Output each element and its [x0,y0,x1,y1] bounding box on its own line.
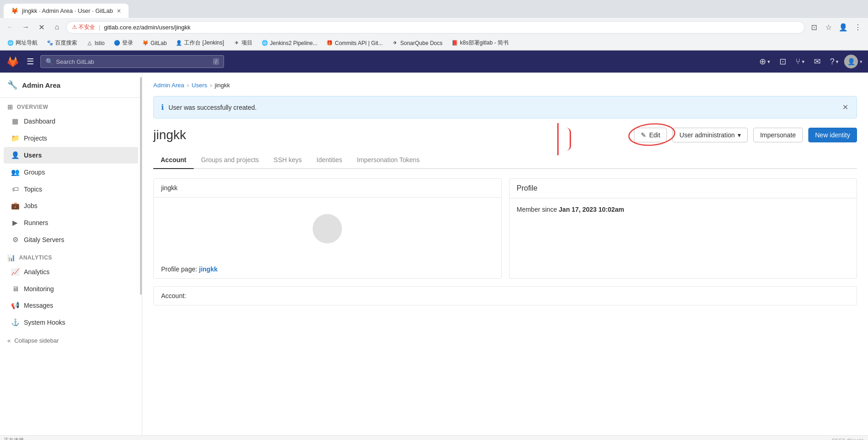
member-since-label: Member since [517,206,557,213]
edit-button-container: ✎ Edit [634,128,667,142]
dashboard-icon: ▦ [11,117,19,125]
sidebar-item-topics[interactable]: 🏷 Topics [4,181,138,197]
bookmark-button[interactable]: ☆ [822,21,835,34]
breadcrumb-separator-1: › [187,82,189,89]
new-item-button[interactable]: ⊕ ▾ [756,54,774,69]
sidebar-item-system-hooks[interactable]: ⚓ System Hooks [4,314,138,331]
tab-close-button[interactable]: ✕ [117,8,121,14]
sidebar-item-label: Users [24,152,42,159]
sidebar-item-monitoring[interactable]: 🖥 Monitoring [4,281,138,297]
gitlab-icon: 🦊 [142,40,149,46]
browser-toolbar: ← → ✕ ⌂ ⚠ 不安全 | gitlab.core.ez/admin/use… [0,18,868,36]
member-since-text: Member since Jan 17, 2023 10:02am [517,206,850,213]
menu-button[interactable]: ⋮ [851,21,864,34]
new-identity-button[interactable]: New identity [808,128,857,142]
url-text: gitlab.core.ez/admin/users/jingkk [104,24,190,31]
bookmark-sonarqube[interactable]: ✈ SonarQube Docs [388,39,446,47]
sidebar-toggle-button[interactable]: ☰ [24,54,37,69]
groups-icon: 👥 [11,168,19,176]
sidebar-item-label: Projects [24,135,47,142]
issues-button[interactable]: ⊡ [776,54,790,69]
sidebar-item-label: Messages [24,302,53,309]
status-text: 正在连接 [4,437,24,440]
browser-tab-active[interactable]: 🦊 jingkk · Admin Area · User · GitLab ✕ [4,4,129,18]
todos-button[interactable]: ✉ [810,54,824,69]
help-button[interactable]: ? ▾ [826,54,842,69]
new-identity-label: New identity [815,131,850,139]
sidebar-item-projects[interactable]: 📁 Projects [4,130,138,147]
hooks-icon: ⚓ [11,318,19,327]
sidebar-item-dashboard[interactable]: ▦ Dashboard [4,113,138,130]
sidebar-item-label: Gitaly Servers [24,236,64,243]
profile-page-label: Profile page: [161,265,197,273]
sidebar-item-groups[interactable]: 👥 Groups [4,164,138,181]
tab-account[interactable]: Account [153,152,194,169]
reload-button[interactable]: ✕ [35,21,48,34]
tab-groups-projects[interactable]: Groups and projects [194,152,266,169]
bookmark-istio[interactable]: △ Istio [83,39,108,47]
impersonate-button[interactable]: Impersonate [753,128,803,142]
tab-impersonation-tokens[interactable]: Impersonation Tokens [350,152,427,169]
profile-button[interactable]: 👤 [837,21,850,34]
tab-identities[interactable]: Identities [309,152,350,169]
breadcrumb-users-link[interactable]: Users [192,82,207,89]
sidebar-item-runners[interactable]: ▶ Runners [4,214,138,231]
sidebar-item-users[interactable]: 👤 Users [4,147,138,164]
sonarqube-icon: ✈ [392,40,398,46]
global-search-input[interactable] [56,58,210,65]
user-header: jingkk ✎ Edit User administration [153,128,857,142]
user-avatar[interactable]: 👤 [844,55,858,68]
bookmark-jenkins-pipeline[interactable]: 🌐 Jenkins2 Pipeline... [258,39,321,47]
address-bar[interactable]: ⚠ 不安全 | gitlab.core.ez/admin/users/jingk… [66,21,805,34]
sidebar-item-jobs[interactable]: 💼 Jobs [4,197,138,214]
gitlab-app: ☰ 🔍 / ⊕ ▾ ⊡ ⑂ ▾ ✉ ? ▾ [0,51,868,435]
sidebar-item-label: Runners [24,219,48,226]
tab-ssh-keys[interactable]: SSH keys [266,152,309,169]
search-icon: 🔍 [45,58,53,65]
bookmark-label: k8s部署gitlab - 简书 [460,39,509,47]
bookmark-jenkins-workbench[interactable]: 👤 工作台 [Jenkins] [172,38,228,48]
security-warning: ⚠ 不安全 [72,23,95,31]
breadcrumb-admin-link[interactable]: Admin Area [153,82,184,89]
top-nav-actions: ⊕ ▾ ⊡ ⑂ ▾ ✉ ? ▾ 👤 ▾ [756,54,862,69]
sidebar-title: Admin Area [22,81,61,89]
bookmark-wangzh[interactable]: 🌐 网址导航 [4,38,41,48]
profile-card-body: Member since Jan 17, 2023 10:02am [510,198,857,220]
sidebar-item-label: Topics [24,186,42,193]
translate-button[interactable]: ⊡ [807,21,820,34]
sidebar-item-label: Analytics [24,268,50,276]
warning-triangle-icon: ⚠ [72,24,77,30]
bookmark-label: Commits API | Git... [335,40,382,46]
alert-close-button[interactable]: ✕ [841,102,849,113]
sidebar-item-label: Dashboard [24,118,56,125]
home-button[interactable]: ⌂ [50,21,63,34]
back-button[interactable]: ← [4,21,17,34]
breadcrumb: Admin Area › Users › jingkk [153,82,857,89]
bookmark-k8s[interactable]: 📕 k8s部署gitlab - 简书 [448,38,512,48]
sidebar-item-messages[interactable]: 📢 Messages [4,297,138,314]
merge-requests-button[interactable]: ⑂ ▾ [792,54,808,69]
bookmark-label: 项目 [241,39,252,47]
user-administration-dropdown-button[interactable]: User administration ▾ [672,128,748,142]
pipeline-icon: 🌐 [262,40,268,46]
bookmark-icon: 🌐 [7,40,14,46]
gitaly-icon: ⚙ [11,236,19,244]
bookmark-baidu[interactable]: 🐾 百度搜索 [43,38,81,48]
profile-page-link[interactable]: jingkk [199,265,218,273]
profile-card-title: Profile [510,179,857,198]
bookmark-login[interactable]: 🔵 登录 [110,38,137,48]
bookmark-projects[interactable]: ✈ 项目 [230,38,256,48]
browser-tabs: 🦊 jingkk · Admin Area · User · GitLab ✕ [0,0,868,18]
bookmark-gitlab[interactable]: 🦊 GitLab [139,39,170,47]
global-search-box[interactable]: 🔍 / [40,55,224,68]
forward-button[interactable]: → [19,21,32,34]
sidebar-item-analytics[interactable]: 📈 Analytics [4,264,138,280]
bookmark-commits[interactable]: 🎁 Commits API | Git... [323,39,386,47]
gitlab-logo[interactable] [6,54,20,69]
sidebar-item-gitaly[interactable]: ⚙ Gitaly Servers [4,231,138,248]
overview-section-label: ⊞ Overview [0,98,142,113]
edit-user-button[interactable]: ✎ Edit [634,128,667,142]
sidebar-item-label: Jobs [24,202,38,209]
tab-title: jingkk · Admin Area · User · GitLab [22,7,113,14]
collapse-sidebar-button[interactable]: « Collapse sidebar [0,331,142,350]
